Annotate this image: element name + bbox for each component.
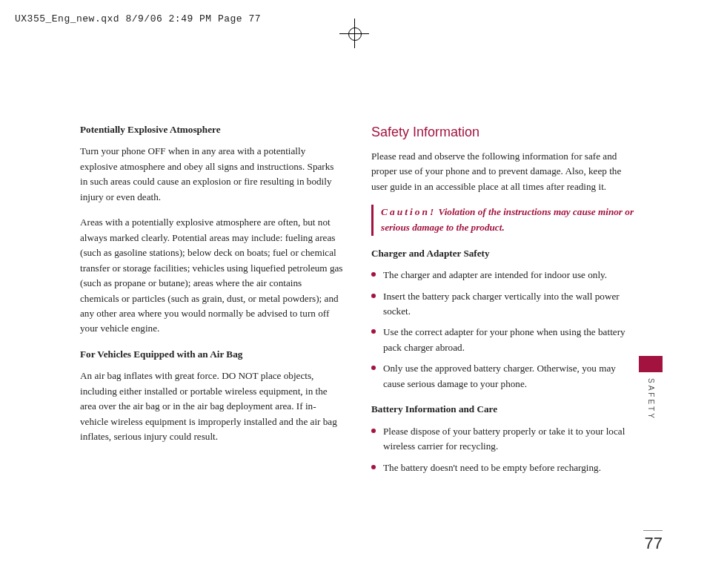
page-content: Potentially Explosive Atmosphere Turn yo… <box>80 122 634 483</box>
list-item: Use the correct adapter for your phone w… <box>371 325 634 355</box>
bullet-list-charger: The charger and adapter are intended for… <box>371 268 634 392</box>
list-item: Only use the approved battery charger. O… <box>371 361 634 392</box>
body-text: An air bag inflates with great force. DO… <box>80 369 343 444</box>
section-tab-label: SAFETY <box>647 378 655 420</box>
subheading-explosive: Potentially Explosive Atmosphere <box>80 122 343 137</box>
print-header: UX355_Eng_new.qxd 8/9/06 2:49 PM Page 77 <box>15 13 261 24</box>
list-item: Please dispose of your battery properly … <box>371 424 634 455</box>
subheading-battery: Battery Information and Care <box>371 402 634 417</box>
left-column: Potentially Explosive Atmosphere Turn yo… <box>80 122 343 483</box>
section-title-safety: Safety Information <box>371 122 634 143</box>
list-item: Insert the battery pack charger vertical… <box>371 289 634 320</box>
caution-label: Caution! <box>381 206 436 217</box>
caution-callout: Caution! Violation of the instructions m… <box>371 205 634 235</box>
body-text: Turn your phone OFF when in any area wit… <box>80 144 343 205</box>
page-rule <box>643 530 663 531</box>
body-text: Areas with a potentially explosive atmos… <box>80 215 343 337</box>
page-number: 77 <box>645 534 663 553</box>
section-tab-icon <box>639 356 663 372</box>
list-item: The battery doesn't need to be empty bef… <box>371 460 634 475</box>
subheading-airbag: For Vehicles Equipped with an Air Bag <box>80 347 343 362</box>
list-item: The charger and adapter are intended for… <box>371 268 634 283</box>
bullet-list-battery: Please dispose of your battery properly … <box>371 424 634 475</box>
subheading-charger: Charger and Adapter Safety <box>371 246 634 261</box>
right-column: Safety Information Please read and obser… <box>371 122 634 483</box>
body-text: Please read and observe the following in… <box>371 149 634 194</box>
